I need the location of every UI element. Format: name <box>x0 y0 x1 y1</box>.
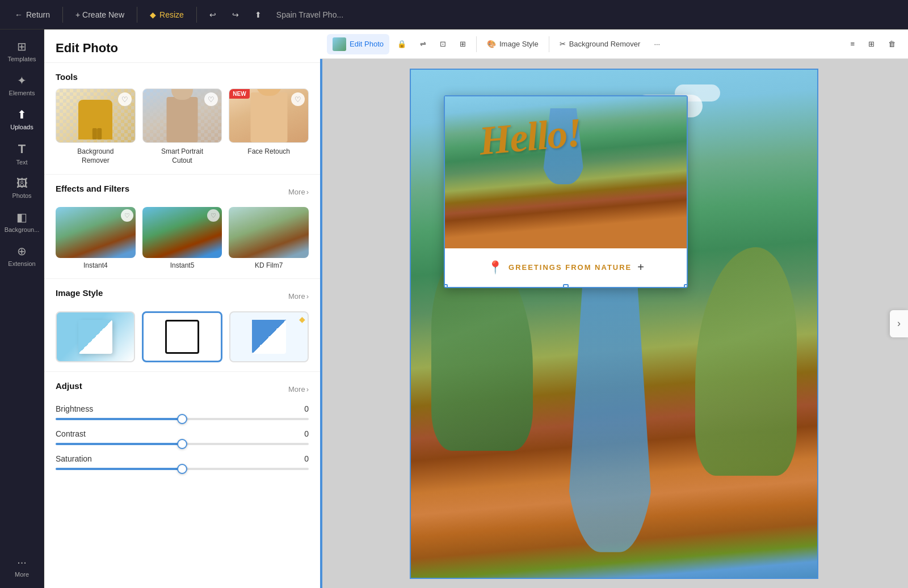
filter-instant5[interactable]: ♡ Instant5 <box>142 207 222 269</box>
brightness-thumb[interactable] <box>177 414 187 424</box>
saturation-label: Saturation <box>56 454 92 463</box>
sidebar-item-uploads[interactable]: ⬆ Uploads <box>3 102 41 136</box>
saturation-slider[interactable] <box>56 468 309 470</box>
canvas-right-toggle[interactable]: › <box>890 310 908 337</box>
canvas-area: Edit Photo 🔒 ⇌ ⊡ ⊞ 🎨 Image Style ✂ B <box>320 29 908 588</box>
sidebar-item-label: Templates <box>7 56 36 62</box>
style-card-2[interactable] <box>142 311 222 362</box>
main-layout: ⊞ Templates ✦ Elements ⬆ Uploads T Text … <box>0 29 908 588</box>
contrast-row: Contrast 0 <box>56 429 309 445</box>
layers-toolbar-btn[interactable]: ≡ <box>844 36 860 52</box>
instant4-heart-icon[interactable]: ♡ <box>121 209 133 222</box>
handle-bottom-right[interactable] <box>684 284 688 288</box>
toolbar-divider <box>476 36 477 52</box>
instant4-label: Instant4 <box>83 261 108 269</box>
adjust-toolbar-btn[interactable]: ⇌ <box>414 36 432 52</box>
handle-bottom-mid[interactable] <box>563 284 569 288</box>
sidebar-item-photos[interactable]: 🖼 Photos <box>3 171 41 205</box>
sidebar-item-elements[interactable]: ✦ Elements <box>3 68 41 102</box>
contrast-label: Contrast <box>56 429 86 438</box>
style-card-1[interactable] <box>56 311 135 362</box>
tools-section: Tools ♡ Backgro <box>44 63 320 174</box>
divider-3 <box>196 7 197 23</box>
sidebar-item-label: More <box>15 571 29 578</box>
image-style-section: Image Style More › ◆ <box>44 278 320 371</box>
adjust-section: Adjust More › Brightness 0 <box>44 371 320 488</box>
design-canvas[interactable]: ↻ ✎ Hello! <box>410 69 818 579</box>
trash-toolbar-btn[interactable]: 🗑 <box>882 36 901 52</box>
contrast-value: 0 <box>304 429 309 438</box>
extension-icon: ⊕ <box>17 244 27 258</box>
toolbar-divider-2 <box>549 36 549 52</box>
contrast-slider[interactable] <box>56 443 309 445</box>
filter-thumb-instant4: ♡ <box>56 207 136 258</box>
templates-icon: ⊞ <box>17 40 27 53</box>
effects-title: Effects and Filters <box>56 184 129 193</box>
greetings-text: GREETINGS FROM NATURE <box>508 263 632 272</box>
grid-icon: ⊞ <box>868 40 875 48</box>
create-new-button[interactable]: + Create New <box>70 7 130 23</box>
contrast-fill <box>56 443 182 445</box>
grid-toolbar-btn[interactable]: ⊞ <box>863 36 880 52</box>
add-text-icon[interactable]: + <box>637 261 644 274</box>
bg-remover-toolbar-btn[interactable]: ✂ Background Remover <box>554 36 646 52</box>
upload-button[interactable]: ⬆ <box>249 7 267 23</box>
tool-portrait[interactable]: ♡ Smart PortraitCutout <box>142 88 222 165</box>
image-style-label: Image Style <box>499 40 539 48</box>
sidebar-item-label: Extension <box>8 260 35 267</box>
sidebar-item-label: Text <box>16 159 27 166</box>
face-label: Face Retouch <box>247 147 290 156</box>
style-title: Image Style <box>56 288 103 298</box>
handle-bottom-left[interactable] <box>444 284 448 288</box>
transparency-toolbar-btn[interactable]: ⊞ <box>454 36 472 52</box>
tool-face-retouch[interactable]: ♡ NEW Face Retouch <box>229 88 309 165</box>
lock-toolbar-btn[interactable]: 🔒 <box>392 36 412 52</box>
image-style-toolbar-btn[interactable]: 🎨 Image Style <box>481 36 544 52</box>
undo-button[interactable]: ↩ <box>204 7 222 23</box>
sidebar-item-more[interactable]: ··· More <box>3 550 41 583</box>
brightness-slider[interactable] <box>56 418 309 420</box>
divider-2 <box>137 7 137 23</box>
filter-kdfilm7[interactable]: KD Film7 <box>229 207 309 269</box>
sidebar-item-label: Uploads <box>10 124 33 130</box>
style-card-3[interactable]: ◆ <box>229 311 309 362</box>
layers-icon: ≡ <box>850 40 855 48</box>
sidebar-item-background[interactable]: ◧ Backgroun... <box>3 205 41 239</box>
icon-sidebar: ⊞ Templates ✦ Elements ⬆ Uploads T Text … <box>0 29 44 588</box>
instant5-heart-icon[interactable]: ♡ <box>207 209 220 222</box>
crop-toolbar-btn[interactable]: ⊡ <box>434 36 452 52</box>
return-label: Return <box>26 10 50 19</box>
saturation-thumb[interactable] <box>177 464 187 474</box>
crop-icon: ⊡ <box>440 40 446 48</box>
resize-button[interactable]: ◆ Resize <box>144 7 190 23</box>
elements-icon: ✦ <box>17 74 27 87</box>
top-bar: ← Return + Create New ◆ Resize ↩ ↪ ⬆ Spa… <box>0 0 908 29</box>
return-button[interactable]: ← Return <box>9 7 56 23</box>
more-options-icon: ··· <box>654 40 660 48</box>
face-heart-icon[interactable]: ♡ <box>291 92 305 106</box>
style-section-header: Image Style More › <box>56 288 309 304</box>
tool-bg-remover[interactable]: ♡ BackgroundRemover <box>56 88 136 165</box>
divider-1 <box>62 7 63 23</box>
card-footer: 📍 GREETINGS FROM NATURE + <box>445 248 687 286</box>
selected-postcard[interactable]: ↻ ✎ Hello! <box>444 95 688 288</box>
redo-button[interactable]: ↪ <box>226 7 245 23</box>
filter-instant4[interactable]: ♡ Instant4 <box>56 207 136 269</box>
edit-photo-toolbar-btn[interactable]: Edit Photo <box>327 34 389 54</box>
bg-remover-heart-icon[interactable]: ♡ <box>118 92 132 106</box>
adjust-more-link[interactable]: More › <box>288 385 309 394</box>
edit-photo-label: Edit Photo <box>350 40 384 48</box>
more-toolbar-btn[interactable]: ··· <box>648 36 666 52</box>
sidebar-item-extension[interactable]: ⊕ Extension <box>3 239 41 273</box>
sidebar-item-text[interactable]: T Text <box>3 136 41 171</box>
edit-panel: Edit Photo Tools <box>44 29 320 588</box>
effects-more-link[interactable]: More › <box>288 188 309 196</box>
canvas-toolbar: Edit Photo 🔒 ⇌ ⊡ ⊞ 🎨 Image Style ✂ B <box>320 29 908 59</box>
style-more-link[interactable]: More › <box>288 292 309 301</box>
sidebar-item-templates[interactable]: ⊞ Templates <box>3 34 41 68</box>
contrast-thumb[interactable] <box>177 439 187 449</box>
text-icon: T <box>18 142 26 156</box>
upload-icon: ⬆ <box>255 10 262 19</box>
palette-icon: 🎨 <box>487 40 496 48</box>
new-badge: NEW <box>229 89 249 99</box>
